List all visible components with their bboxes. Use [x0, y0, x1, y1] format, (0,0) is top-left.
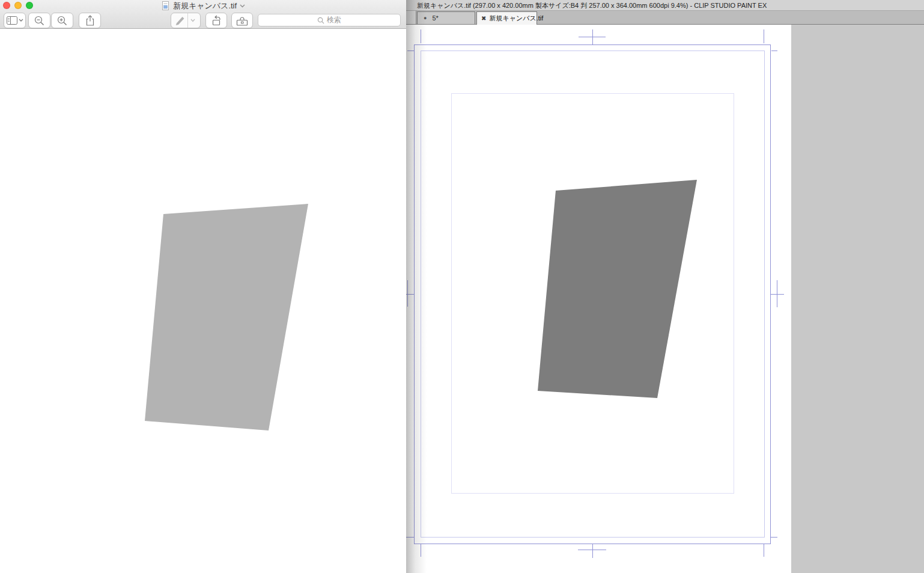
tab-document-5[interactable]: ● 5*: [417, 11, 475, 24]
crop-mark-bottom-left: [406, 538, 421, 557]
preview-image-shape: [145, 204, 308, 431]
tab-label: 新規キャンバス.tif: [489, 14, 543, 23]
search-input[interactable]: 検索: [258, 14, 401, 26]
crop-mark-top-center: [579, 29, 606, 44]
chevron-down-icon: [188, 19, 198, 23]
share-icon: [84, 14, 96, 26]
window-title: 新規キャンバス.tif: [173, 1, 237, 11]
document-proxy-icon: [161, 1, 170, 11]
csp-layer-shape: [538, 180, 697, 398]
clip-studio-window: 新規キャンバス.tif (297.00 x 420.00mm 製本サイズ:B4 …: [406, 0, 924, 573]
zoom-out-icon: [34, 15, 45, 26]
preview-window: 新規キャンバス.tif: [0, 0, 406, 573]
rotate-left-button[interactable]: [205, 13, 227, 28]
csp-canvas-area[interactable]: [406, 25, 924, 573]
markup-toolbar-button[interactable]: [231, 13, 253, 28]
sidebar-icon: [7, 16, 23, 25]
tab-close-icon[interactable]: ✖: [481, 15, 486, 22]
rotate-left-icon: [210, 15, 222, 26]
csp-titlebar: 新規キャンバス.tif (297.00 x 420.00mm 製本サイズ:B4 …: [406, 0, 924, 11]
tabbar-stub: [406, 11, 416, 24]
csp-tabbar: ● 5* ✖ 新規キャンバス.tif: [406, 11, 924, 25]
zoom-in-icon: [56, 15, 68, 26]
zoom-in-button[interactable]: [51, 13, 73, 28]
tab-label: 5*: [432, 14, 438, 22]
crop-mark-right-center: [771, 280, 784, 307]
crop-mark-left-center: [406, 280, 414, 307]
share-button[interactable]: [79, 13, 101, 28]
markup-pen-button[interactable]: [171, 13, 201, 28]
preview-title-row: 新規キャンバス.tif: [0, 0, 406, 12]
sidebar-toggle-button[interactable]: [4, 13, 26, 28]
pen-icon: [174, 15, 187, 26]
search-placeholder: 検索: [327, 15, 341, 25]
preview-image-area: [0, 29, 406, 573]
preview-titlebar-toolbar: 新規キャンバス.tif: [0, 0, 406, 29]
title-chevron-icon[interactable]: [240, 4, 245, 8]
search-icon: [317, 17, 324, 24]
modified-dot-icon: ●: [424, 15, 427, 21]
zoom-out-button[interactable]: [28, 13, 50, 28]
csp-window-title: 新規キャンバス.tif (297.00 x 420.00mm 製本サイズ:B4 …: [417, 2, 767, 9]
toolbox-icon: [236, 15, 249, 26]
tab-document-canvas[interactable]: ✖ 新規キャンバス.tif: [476, 11, 537, 25]
crop-mark-bottom-center: [578, 544, 606, 558]
